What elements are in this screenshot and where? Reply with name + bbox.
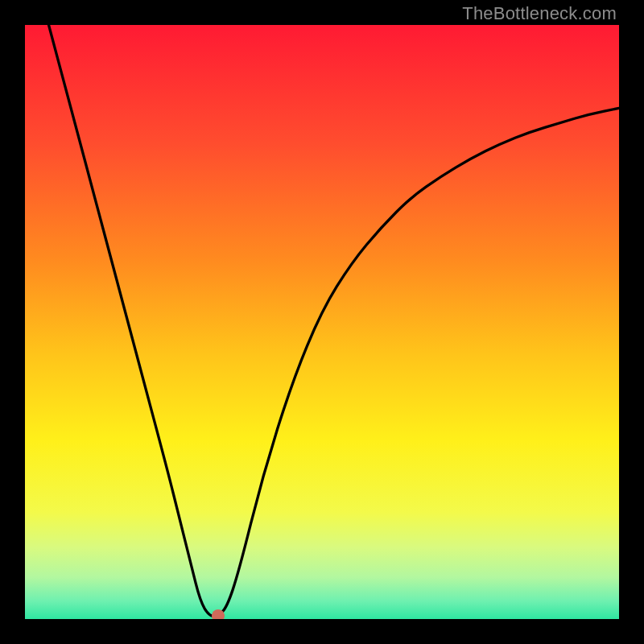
marker-dot xyxy=(212,609,225,619)
watermark-text: TheBottleneck.com xyxy=(462,3,617,24)
chart-frame: TheBottleneck.com xyxy=(0,0,644,644)
curve-line xyxy=(25,25,619,619)
plot-area xyxy=(25,25,619,619)
